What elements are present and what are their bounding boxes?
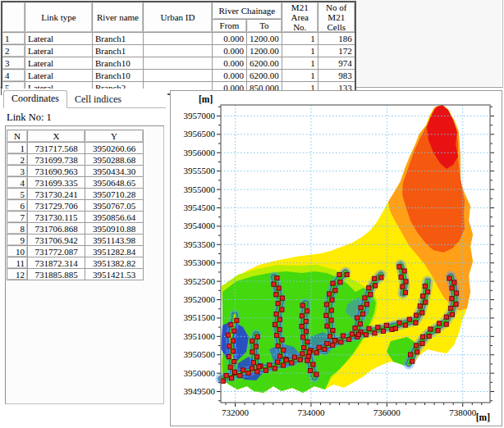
grid-cell[interactable]: Branch1: [93, 45, 144, 57]
grid-cell[interactable]: 1200.00: [247, 45, 282, 57]
tab-cell-indices[interactable]: Cell indices: [67, 92, 129, 108]
map-plot[interactable]: 7320007340007360007380003957000395650039…: [171, 91, 502, 426]
m21-cell-marker: [369, 293, 373, 297]
row-number-cell[interactable]: 11: [7, 257, 28, 269]
grid-cell[interactable]: 3951143.98: [85, 234, 144, 246]
grid-cell[interactable]: 1: [282, 45, 318, 57]
grid-cell[interactable]: Branch10: [93, 70, 144, 82]
grid-cell[interactable]: 974: [318, 57, 355, 70]
row-number-cell[interactable]: 6: [7, 200, 28, 212]
grid-cell[interactable]: Branch10: [93, 57, 144, 70]
grid-cell[interactable]: 0.000: [213, 57, 247, 70]
grid-cell[interactable]: 3950910.88: [85, 223, 144, 234]
grid-cell[interactable]: Lateral: [25, 70, 93, 82]
grid-cell[interactable]: 1: [282, 57, 318, 70]
m21-cell-marker: [246, 371, 250, 375]
row-number-cell[interactable]: 9: [7, 234, 28, 246]
grid-cell[interactable]: 3950710.28: [85, 189, 144, 200]
row-number-cell[interactable]: 12: [7, 269, 28, 280]
grid-cell[interactable]: 731699.335: [28, 177, 85, 189]
row-number-cell[interactable]: 4: [7, 177, 28, 189]
grid-cell[interactable]: 6200.00: [247, 57, 282, 70]
row-number-cell[interactable]: 10: [7, 246, 28, 257]
m21-cell-marker: [231, 349, 235, 353]
grid-cell[interactable]: 731706.868: [28, 223, 85, 234]
m21-cell-marker: [410, 359, 415, 363]
grid-cell[interactable]: [144, 57, 213, 70]
row-number-cell[interactable]: 8: [7, 223, 28, 234]
m21-cell-marker: [420, 311, 424, 315]
grid-cell[interactable]: 731730.241: [28, 189, 85, 200]
grid-cell[interactable]: 3950260.66: [85, 143, 144, 154]
m21-cell-marker: [276, 360, 280, 364]
grid-cell[interactable]: 731706.942: [28, 234, 85, 246]
m21-cell-marker: [273, 367, 277, 371]
row-number-cell[interactable]: 1: [2, 33, 25, 45]
grid-cell[interactable]: 731699.738: [28, 154, 85, 166]
grid-cell[interactable]: 186: [318, 33, 355, 45]
grid-cell[interactable]: 731729.706: [28, 200, 85, 212]
grid-cell[interactable]: 731690.963: [28, 166, 85, 177]
row-number-cell[interactable]: 1: [7, 143, 28, 154]
grid-cell[interactable]: 3951282.84: [85, 246, 144, 257]
m21-cell-marker: [449, 306, 453, 310]
m21-cell-marker: [345, 272, 349, 276]
grid-cell[interactable]: Branch1: [93, 33, 144, 45]
m21-cell-marker: [250, 367, 254, 371]
m21-cell-marker: [428, 327, 433, 331]
grid-cell[interactable]: [144, 70, 213, 82]
grid-cell[interactable]: 0.000: [213, 70, 247, 82]
grid-cell[interactable]: 3950288.68: [85, 154, 144, 166]
coordinates-table-header: NXY: [7, 130, 144, 143]
m21-cell-marker: [420, 341, 424, 345]
row-number-cell[interactable]: 3: [7, 166, 28, 177]
row-number-cell[interactable]: 3: [2, 57, 25, 70]
grid-cell[interactable]: Lateral: [25, 57, 93, 70]
tab-coordinates[interactable]: Coordinates: [3, 90, 67, 108]
m21-cell-marker: [311, 362, 315, 367]
m21-cell-marker: [305, 358, 309, 362]
map-panel[interactable]: 7320007340007360007380003957000395650039…: [170, 90, 502, 426]
row-number-cell[interactable]: 4: [2, 70, 25, 82]
grid-cell[interactable]: 3951421.53: [85, 269, 144, 280]
x-tick-label: 734000: [297, 408, 325, 417]
grid-cell[interactable]: 3950767.05: [85, 200, 144, 212]
row-number-cell[interactable]: 2: [7, 154, 28, 166]
grid-cell[interactable]: 1: [282, 70, 318, 82]
grid-cell[interactable]: Lateral: [25, 33, 93, 45]
grid-cell[interactable]: 731772.087: [28, 246, 85, 257]
grid-cell[interactable]: 1200.00: [247, 33, 282, 45]
grid-cell[interactable]: 6200.00: [247, 70, 282, 82]
m21-cell-marker: [436, 329, 440, 333]
m21-cell-marker: [281, 363, 285, 367]
grid-cell[interactable]: 983: [318, 70, 355, 82]
row-number-cell[interactable]: 7: [7, 212, 28, 223]
grid-cell[interactable]: 3950434.30: [85, 166, 144, 177]
grid-cell[interactable]: 731717.568: [28, 143, 85, 154]
grid-cell[interactable]: 731872.314: [28, 257, 85, 269]
grid-cell[interactable]: 3951382.82: [85, 257, 144, 269]
grid-cell[interactable]: 0.000: [213, 45, 247, 57]
grid-cell[interactable]: 731885.885: [28, 269, 85, 280]
grid-cell[interactable]: 172: [318, 45, 355, 57]
m21-cell-marker: [423, 284, 427, 288]
grid-cell[interactable]: 1: [282, 33, 318, 45]
row-number-cell[interactable]: 2: [2, 45, 25, 57]
m21-cell-marker: [330, 298, 334, 302]
m21-cell-marker: [290, 361, 294, 365]
m21-cell-marker: [444, 322, 448, 326]
row-number-cell[interactable]: 5: [7, 189, 28, 200]
m21-cell-marker: [255, 335, 259, 339]
grid-cell[interactable]: 731730.115: [28, 212, 85, 223]
y-tick-label: 3953500: [184, 239, 216, 249]
grid-cell[interactable]: 3950856.64: [85, 212, 144, 223]
m21-cell-marker: [221, 379, 225, 383]
m21-cell-marker: [257, 365, 261, 369]
grid-cell[interactable]: 0.000: [213, 33, 247, 45]
grid-cell[interactable]: 3950648.65: [85, 177, 144, 189]
m21-cell-marker: [409, 353, 413, 357]
grid-cell[interactable]: Lateral: [25, 45, 93, 57]
grid-cell[interactable]: [144, 45, 213, 57]
grid-cell[interactable]: [144, 33, 213, 45]
m21-cell-marker: [282, 348, 286, 352]
